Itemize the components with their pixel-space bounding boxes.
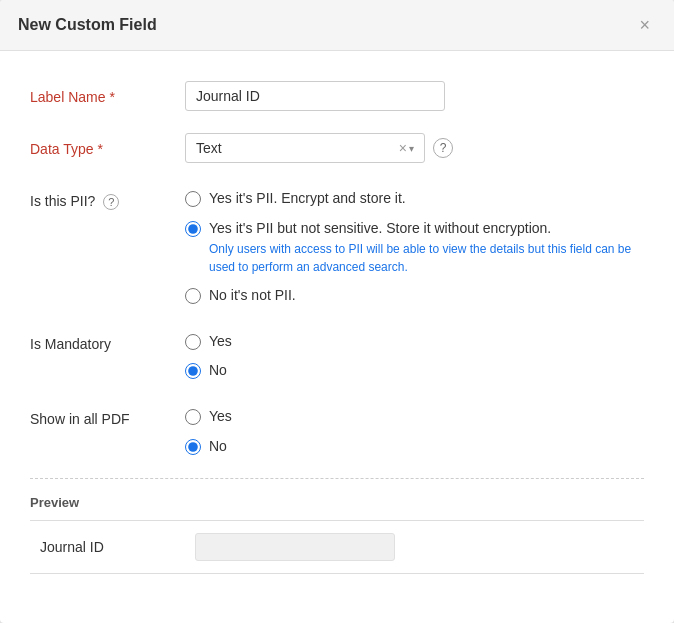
is-mandatory-control: Yes No	[185, 328, 644, 381]
mandatory-no-label: No	[209, 361, 227, 381]
is-pii-label: Is this PII? ?	[30, 185, 185, 210]
preview-row: Journal ID	[30, 521, 644, 573]
pii-radio-group: Yes it's PII. Encrypt and store it. Yes …	[185, 185, 644, 306]
mandatory-radio-group: Yes No	[185, 328, 644, 381]
pii-option-encrypt[interactable]: Yes it's PII. Encrypt and store it.	[185, 189, 644, 209]
pii-option-no[interactable]: No it's not PII.	[185, 286, 644, 306]
preview-field-label: Journal ID	[40, 539, 195, 555]
show-pdf-label: Show in all PDF	[30, 403, 185, 427]
pii-encrypt-radio[interactable]	[185, 191, 201, 207]
data-type-clear[interactable]: ×	[399, 140, 407, 156]
preview-table: Journal ID	[30, 520, 644, 574]
label-name-label: Label Name *	[30, 81, 185, 105]
data-type-row: Data Type * Text × ▾ ?	[30, 133, 644, 163]
is-mandatory-label: Is Mandatory	[30, 328, 185, 352]
pii-option-not-sensitive[interactable]: Yes it's PII but not sensitive. Store it…	[185, 219, 644, 277]
is-mandatory-row: Is Mandatory Yes No	[30, 328, 644, 381]
label-name-control	[185, 81, 644, 111]
pdf-yes-label: Yes	[209, 407, 232, 427]
data-type-label: Data Type *	[30, 133, 185, 157]
dialog-header: New Custom Field ×	[0, 0, 674, 51]
pii-no-radio[interactable]	[185, 288, 201, 304]
pii-not-sensitive-radio[interactable]	[185, 221, 201, 237]
mandatory-yes-label: Yes	[209, 332, 232, 352]
dialog-body: Label Name * Data Type * Text × ▾	[0, 51, 674, 623]
dialog-title: New Custom Field	[18, 16, 157, 34]
mandatory-yes-option[interactable]: Yes	[185, 332, 644, 352]
data-type-select-wrapper: Text × ▾ ?	[185, 133, 644, 163]
pdf-radio-group: Yes No	[185, 403, 644, 456]
label-name-input[interactable]	[185, 81, 445, 111]
preview-section: Preview Journal ID	[30, 478, 644, 574]
pii-not-sensitive-sublabel: Only users with access to PII will be ab…	[209, 240, 644, 276]
new-custom-field-dialog: New Custom Field × Label Name * Data Typ…	[0, 0, 674, 623]
show-pdf-control: Yes No	[185, 403, 644, 456]
mandatory-yes-radio[interactable]	[185, 334, 201, 350]
is-pii-row: Is this PII? ? Yes it's PII. Encrypt and…	[30, 185, 644, 306]
pii-no-label: No it's not PII.	[209, 286, 296, 306]
is-pii-control: Yes it's PII. Encrypt and store it. Yes …	[185, 185, 644, 306]
data-type-select[interactable]: Text × ▾	[185, 133, 425, 163]
pdf-no-radio[interactable]	[185, 439, 201, 455]
preview-title: Preview	[30, 495, 644, 510]
pii-help-icon[interactable]: ?	[103, 194, 119, 210]
pdf-yes-radio[interactable]	[185, 409, 201, 425]
label-name-row: Label Name *	[30, 81, 644, 111]
pdf-no-option[interactable]: No	[185, 437, 644, 457]
pii-not-sensitive-label: Yes it's PII but not sensitive. Store it…	[209, 219, 644, 239]
close-button[interactable]: ×	[633, 14, 656, 36]
data-type-help-icon[interactable]: ?	[433, 138, 453, 158]
show-pdf-row: Show in all PDF Yes No	[30, 403, 644, 456]
mandatory-no-option[interactable]: No	[185, 361, 644, 381]
data-type-value: Text	[196, 140, 399, 156]
preview-field-input	[195, 533, 395, 561]
chevron-down-icon: ▾	[409, 143, 414, 154]
pdf-yes-option[interactable]: Yes	[185, 407, 644, 427]
mandatory-no-radio[interactable]	[185, 363, 201, 379]
pii-encrypt-label: Yes it's PII. Encrypt and store it.	[209, 189, 406, 209]
pdf-no-label: No	[209, 437, 227, 457]
data-type-control: Text × ▾ ?	[185, 133, 644, 163]
